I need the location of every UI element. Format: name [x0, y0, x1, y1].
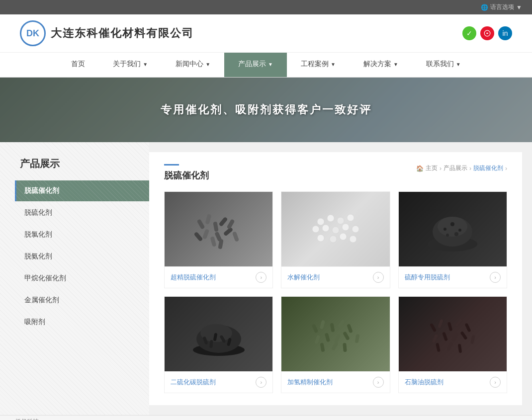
main-content: 产品展示 脱硫催化剂 脱硫化剂 脱氯化剂 脱氨化剂 甲烷化催化剂 金属催化剂 吸…	[0, 142, 532, 415]
svg-rect-66	[446, 342, 453, 351]
svg-rect-42	[311, 324, 318, 333]
breadcrumb-home-icon: 🏠	[416, 165, 424, 172]
sidebar-item-desulfurization-catalyst[interactable]: 脱硫催化剂	[15, 180, 149, 201]
svg-point-24	[340, 233, 347, 240]
product-img-svg-5	[306, 309, 365, 359]
weibo-icon[interactable]	[480, 26, 494, 40]
nav-news-label: 新闻中心	[176, 60, 203, 69]
svg-rect-60	[432, 334, 439, 343]
product-name-6[interactable]: 石脑油脱硫剂	[405, 378, 443, 387]
nav-solutions-chevron: ▼	[393, 62, 398, 67]
globe-icon: 🌐	[481, 4, 488, 11]
sidebar-item-adsorbent[interactable]: 吸附剂	[15, 312, 149, 333]
nav-solutions[interactable]: 解决方案 ▼	[350, 53, 412, 77]
linkedin-icon[interactable]: in	[498, 26, 512, 40]
product-img-svg-6	[423, 309, 482, 359]
social-links: ✓ in	[462, 26, 512, 40]
svg-point-14	[327, 215, 334, 222]
product-card-4: 二硫化碳脱硫剂 ›	[164, 296, 273, 393]
product-arrow-3[interactable]: ›	[490, 272, 501, 283]
svg-rect-52	[320, 342, 325, 352]
nav-contact[interactable]: 联系我们 ▼	[412, 53, 475, 77]
svg-point-16	[347, 214, 354, 221]
product-content: 脱硫催化剂 🏠 主页 › 产品展示 › 脱硫催化剂 ›	[149, 152, 522, 405]
nav-products[interactable]: 产品展示 ▼	[224, 53, 287, 77]
svg-rect-61	[442, 332, 448, 341]
svg-point-32	[446, 234, 449, 237]
svg-point-19	[332, 227, 339, 234]
svg-point-22	[317, 235, 324, 242]
product-image-3	[399, 192, 507, 266]
breadcrumb-current: 脱硫催化剂	[473, 164, 503, 172]
product-name-1[interactable]: 超精脱硫催化剂	[171, 273, 216, 282]
svg-point-25	[350, 236, 356, 243]
svg-rect-54	[343, 343, 347, 352]
main-nav: 首页 关于我们 ▼ 新闻中心 ▼ 产品展示 ▼ 工程案例 ▼ 解决方案 ▼ 联系…	[0, 53, 532, 78]
svg-point-15	[337, 217, 344, 224]
svg-rect-11	[232, 231, 239, 242]
wechat-icon[interactable]: ✓	[462, 26, 476, 40]
svg-rect-9	[226, 219, 235, 229]
svg-point-21	[352, 226, 359, 233]
nav-news-chevron: ▼	[205, 62, 210, 67]
svg-rect-8	[210, 236, 216, 247]
svg-rect-62	[451, 333, 458, 342]
product-arrow-2[interactable]: ›	[373, 272, 384, 283]
product-card-1: 超精脱硫催化剂 ›	[164, 191, 273, 288]
nav-contact-label: 联系我们	[426, 60, 454, 69]
product-info-1: 超精脱硫催化剂 ›	[165, 266, 272, 288]
product-image-5	[281, 297, 389, 371]
product-image-2	[281, 192, 389, 266]
sidebar-item-desulfurizer[interactable]: 脱硫化剂	[15, 202, 149, 223]
nav-projects[interactable]: 工程案例 ▼	[287, 53, 350, 77]
product-image-1	[165, 192, 272, 266]
product-name-4[interactable]: 二硫化碳脱硫剂	[171, 378, 216, 387]
svg-point-18	[322, 225, 329, 232]
svg-rect-47	[314, 335, 321, 344]
svg-rect-55	[430, 323, 437, 333]
content-header: 脱硫催化剂 🏠 主页 › 产品展示 › 脱硫催化剂 ›	[164, 164, 507, 181]
svg-point-20	[342, 224, 349, 231]
breadcrumb-home[interactable]: 主页	[426, 164, 438, 172]
svg-rect-59	[465, 323, 471, 333]
language-selector[interactable]: 🌐 语言选项 ▼	[481, 3, 522, 11]
footer-provider-bar: 仟亿科技	[0, 415, 532, 420]
product-arrow-5[interactable]: ›	[373, 377, 384, 388]
product-arrow-6[interactable]: ›	[490, 377, 501, 388]
product-name-5[interactable]: 加氢精制催化剂	[287, 378, 333, 387]
svg-rect-43	[320, 320, 325, 330]
product-card-6: 石脑油脱硫剂 ›	[398, 296, 507, 393]
svg-rect-44	[330, 323, 335, 332]
product-arrow-4[interactable]: ›	[256, 377, 266, 388]
product-name-2[interactable]: 水解催化剂	[287, 273, 320, 282]
breadcrumb-section[interactable]: 产品展示	[443, 164, 467, 172]
product-grid: 超精脱硫催化剂 ›	[164, 191, 507, 393]
svg-rect-50	[343, 331, 350, 340]
nav-about[interactable]: 关于我们 ▼	[99, 53, 162, 77]
sidebar-item-dechlorination[interactable]: 脱氯化剂	[15, 224, 149, 245]
svg-rect-51	[355, 334, 359, 343]
breadcrumb-sep-2: ›	[469, 165, 471, 172]
nav-projects-label: 工程案例	[301, 60, 329, 69]
svg-rect-58	[455, 318, 463, 327]
product-arrow-1[interactable]: ›	[256, 272, 266, 283]
sidebar-item-methanation[interactable]: 甲烷化催化剂	[15, 268, 149, 289]
sidebar: 产品展示 脱硫催化剂 脱硫化剂 脱氯化剂 脱氨化剂 甲烷化催化剂 金属催化剂 吸…	[0, 142, 149, 415]
sidebar-item-metal-catalyst[interactable]: 金属催化剂	[15, 290, 149, 311]
nav-about-chevron: ▼	[143, 62, 148, 67]
svg-rect-67	[458, 344, 462, 353]
product-name-3[interactable]: 硫醇专用脱硫剂	[405, 273, 450, 282]
svg-rect-53	[331, 341, 339, 351]
breadcrumb-sep-1: ›	[440, 165, 442, 172]
svg-rect-48	[325, 333, 330, 342]
svg-rect-56	[438, 319, 443, 329]
product-info-6: 石脑油脱硫剂 ›	[399, 371, 507, 393]
sidebar-item-deamination[interactable]: 脱氨化剂	[15, 246, 149, 267]
product-info-2: 水解催化剂 ›	[281, 266, 389, 288]
page-title: 脱硫催化剂	[164, 169, 209, 181]
nav-news[interactable]: 新闻中心 ▼	[162, 53, 224, 77]
content-title-section: 脱硫催化剂	[164, 164, 209, 181]
language-label: 语言选项	[490, 3, 514, 11]
svg-point-29	[443, 228, 446, 231]
nav-home[interactable]: 首页	[57, 53, 99, 77]
